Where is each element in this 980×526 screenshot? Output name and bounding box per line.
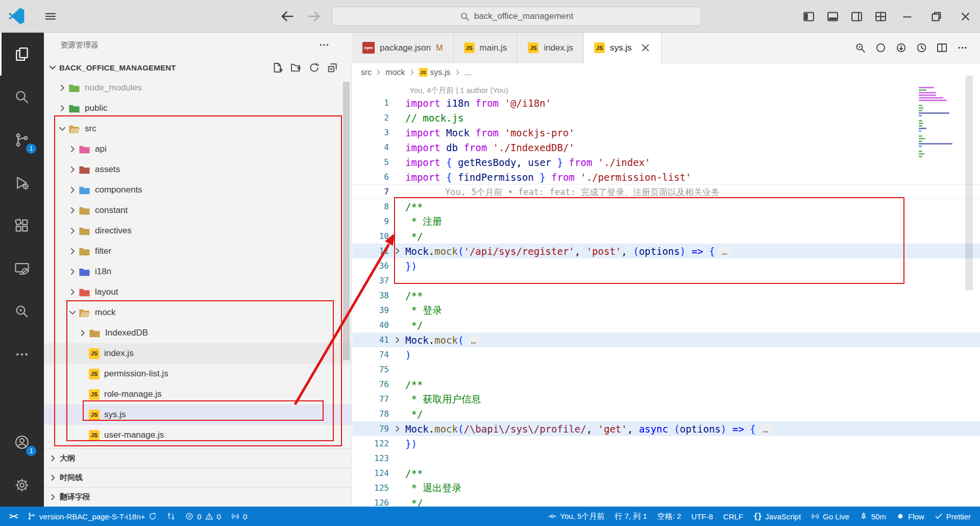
tab-main.js[interactable]: JSmain.js [454,33,518,63]
folded-code-ellipsis[interactable]: … [719,247,730,257]
status-remote[interactable]: >< [4,507,22,526]
nav-back-icon[interactable] [280,9,295,24]
status-flow[interactable]: Flow [891,507,929,526]
status-encoding[interactable]: UTF-8 [686,507,718,526]
tree-item-sys.js[interactable]: JSsys.js [44,404,351,425]
activity-gitlens-inspect[interactable] [0,290,44,333]
status-cursor-position[interactable]: 行 7, 列 1 [609,507,652,526]
activity-more-views[interactable] [0,333,44,376]
customize-layout-button[interactable] [869,0,893,33]
activity-run-debug[interactable] [0,161,44,204]
tree-item-label: constant [95,205,128,216]
activity-remote-explorer[interactable] [0,247,44,290]
tree-item-i18n[interactable]: i18n [44,261,351,282]
rocket-icon [860,512,868,520]
status-ports[interactable]: 0 [226,507,252,526]
tree-item-filter[interactable]: filter [44,241,351,261]
tree-item-assets[interactable]: assets [44,159,351,180]
toggle-primary-sidebar-button[interactable] [797,0,821,33]
timeline-icon[interactable] [916,42,927,53]
gitlens-file-annotations-icon[interactable] [855,42,866,53]
tree-item-api[interactable]: api [44,139,351,159]
sidebar-more-actions-icon[interactable] [318,39,330,51]
project-section-header[interactable]: BACK_OFFICE_MANAGEMENT [44,57,351,78]
sidebar-panel-大纲[interactable]: 大纲 [44,448,351,468]
tree-item-components[interactable]: components [44,180,351,200]
minimap[interactable] [917,63,957,158]
status-prettier[interactable]: Prettier [929,507,976,526]
status-indentation[interactable]: 空格: 2 [652,507,687,526]
toggle-panel-button[interactable] [821,0,845,33]
new-folder-icon[interactable] [290,62,301,73]
tree-item-directives[interactable]: directives [44,221,351,241]
activity-source-control[interactable]: 1 [0,118,44,161]
folded-code-ellipsis[interactable]: … [761,424,772,435]
collapse-folders-icon[interactable] [327,62,338,73]
scrollbar-thumb[interactable] [965,76,973,290]
tree-item-src[interactable]: src [44,118,351,139]
menu-icon[interactable] [44,10,57,22]
chevron-right-icon [66,267,79,276]
status-gitlens-blame[interactable]: You, 5个月前 [543,507,609,526]
activity-extensions[interactable] [0,204,44,247]
status-branch[interactable]: version-RBAC_page-S-T-i18n+ [22,507,162,526]
line-number: 3 [352,128,389,137]
activity-search[interactable] [0,76,44,118]
modified-badge: M [436,43,443,53]
fold-chevron-icon[interactable] [393,247,402,255]
status-go-live[interactable]: Go Live [806,507,854,526]
warn-icon [205,512,213,520]
toggle-secondary-sidebar-button[interactable] [845,0,869,33]
breadcrumb-sys.js[interactable]: JSsys.js [419,68,451,77]
tree-item-permission-list.js[interactable]: JSpermission-list.js [44,364,351,384]
fold-chevron-icon[interactable] [393,336,402,344]
tree-item-public[interactable]: public [44,98,351,118]
tab-package.json[interactable]: npmpackage.jsonM [352,33,454,63]
status-eol[interactable]: CRLF [718,507,748,526]
more-actions-icon[interactable] [957,42,968,53]
status-wakatime[interactable]: 50m [854,507,891,526]
editor-scrollbar[interactable] [965,65,973,501]
chevron-right-icon [66,288,79,297]
nav-forward-icon[interactable] [306,9,322,24]
refresh-explorer-icon[interactable] [309,62,320,73]
tab-sys.js[interactable]: JSsys.js [584,33,662,63]
sidebar-panel-时间线[interactable]: 时间线 [44,468,351,487]
minimize-button[interactable] [893,0,922,33]
activity-accounts[interactable]: 1 [0,421,44,464]
sidebar-scrollbar[interactable] [343,82,350,360]
tree-item-label: user-manage.js [104,430,164,440]
close-button[interactable] [951,0,980,33]
restore-button[interactable] [922,0,951,33]
fold-chevron-icon[interactable] [393,424,402,433]
tree-item-layout[interactable]: layout [44,282,351,302]
sidebar-panel-翻译字段[interactable]: 翻译字段 [44,487,351,507]
close-icon[interactable] [640,42,651,53]
status-git-compare[interactable] [162,507,180,526]
tree-item-index.js[interactable]: JSindex.js [44,343,351,364]
breadcrumb-mock[interactable]: mock [385,68,405,77]
tree-item-role-manage.js[interactable]: JSrole-manage.js [44,384,351,404]
new-file-icon[interactable] [272,62,283,73]
tree-item-label: assets [95,164,120,175]
tree-item-IndexedDB[interactable]: IndexedDB [44,323,351,343]
codelens[interactable]: You, 4个月前 | 1 author (You) [352,81,980,95]
status-language[interactable]: {}JavaScript [748,507,806,526]
folded-code-ellipsis[interactable]: … [468,336,479,346]
split-editor-icon[interactable] [937,42,947,53]
tree-item-mock[interactable]: mock [44,302,351,323]
breadcrumb-...[interactable]: ... [464,68,471,77]
tree-item-constant[interactable]: constant [44,200,351,221]
breadcrumb-src[interactable]: src [361,68,372,77]
activity-settings[interactable] [0,464,44,507]
tree-item-node_modules[interactable]: node_modules [44,78,351,98]
activity-explorer[interactable] [0,33,44,76]
status-problems[interactable]: 00 [180,507,226,526]
open-changes-with-icon[interactable] [896,42,906,53]
command-center-search[interactable]: back_office_management [332,7,701,26]
close-icon [960,11,971,22]
tree-item-user-manage.js[interactable]: JSuser-manage.js [44,425,351,445]
tab-index.js[interactable]: JSindex.js [518,33,584,63]
open-changes-icon[interactable] [875,42,886,53]
sidebar-header: 资源管理器 [44,33,351,57]
